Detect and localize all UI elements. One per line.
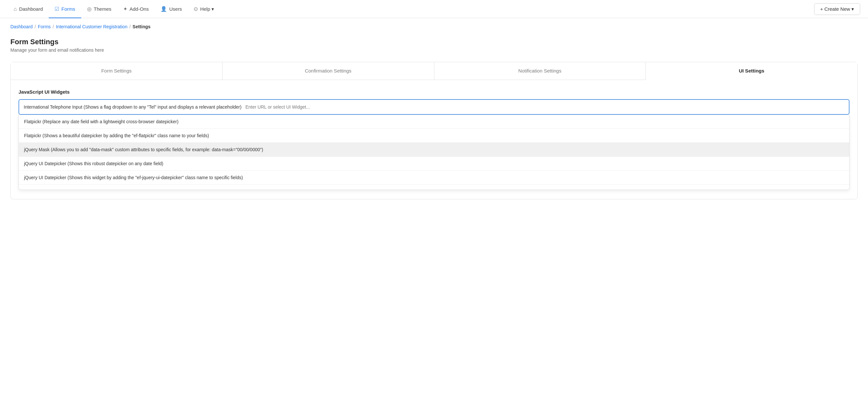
tab-content-ui-settings: JavaScript UI Widgets International Tele… bbox=[11, 80, 857, 199]
page-subtitle: Manage your form and email notifications… bbox=[10, 48, 858, 53]
forms-icon: ☑ bbox=[55, 6, 59, 12]
nav-item-users[interactable]: 👤 Users bbox=[155, 0, 188, 18]
nav-item-help[interactable]: ⊙ Help ▾ bbox=[188, 0, 220, 18]
nav-item-addons[interactable]: ✦ Add-Ons bbox=[117, 0, 155, 18]
tab-confirmation-settings[interactable]: Confirmation Settings bbox=[222, 62, 434, 80]
main-content: Form Settings Confirmation Settings Noti… bbox=[0, 62, 868, 199]
dropdown-item-flatpickr-1[interactable]: Flatpickr (Replace any date field with a… bbox=[19, 115, 849, 129]
dropdown-item-krajee-file[interactable]: Krajee File Input (Enable file preview, … bbox=[19, 185, 849, 190]
nav-label-dashboard: Dashboard bbox=[19, 6, 43, 12]
themes-icon: ◎ bbox=[87, 6, 92, 12]
dropdown-item-jquery-mask[interactable]: jQuery Mask (Allows you to add "data-mas… bbox=[19, 143, 849, 157]
page-header: Form Settings Manage your form and email… bbox=[0, 32, 868, 62]
dropdown-item-flatpickr-2[interactable]: Flatpickr (Shows a beautiful datepicker … bbox=[19, 129, 849, 143]
breadcrumb-dashboard[interactable]: Dashboard bbox=[10, 24, 33, 29]
breadcrumb-sep-3: / bbox=[129, 24, 131, 29]
nav-item-themes[interactable]: ◎ Themes bbox=[81, 0, 117, 18]
nav-item-forms[interactable]: ☑ Forms bbox=[49, 0, 81, 18]
selected-widget-tag: International Telephone Input (Shows a f… bbox=[24, 103, 241, 112]
tab-notification-settings[interactable]: Notification Settings bbox=[434, 62, 646, 80]
nav-items: ⌂ Dashboard ☑ Forms ◎ Themes ✦ Add-Ons 👤… bbox=[8, 0, 814, 18]
section-title-js-widgets: JavaScript UI Widgets bbox=[19, 89, 849, 95]
users-icon: 👤 bbox=[160, 6, 167, 12]
widget-url-input[interactable] bbox=[241, 104, 844, 110]
dropdown-item-jquery-datepicker-2[interactable]: jQuery UI Datepicker (Shows this widget … bbox=[19, 171, 849, 185]
dropdown-scroll[interactable]: Flatpickr (Replace any date field with a… bbox=[19, 115, 849, 190]
create-new-button[interactable]: + Create New ▾ bbox=[814, 3, 860, 15]
widget-dropdown-list: Flatpickr (Replace any date field with a… bbox=[19, 115, 849, 190]
widget-input-row[interactable]: International Telephone Input (Shows a f… bbox=[19, 99, 849, 115]
tab-ui-settings[interactable]: UI Settings bbox=[646, 62, 857, 80]
nav-item-dashboard[interactable]: ⌂ Dashboard bbox=[8, 0, 49, 18]
page-title: Form Settings bbox=[10, 38, 858, 46]
nav-label-themes: Themes bbox=[94, 6, 112, 12]
nav-label-users: Users bbox=[169, 6, 182, 12]
widget-dropdown-wrapper: International Telephone Input (Shows a f… bbox=[19, 99, 849, 190]
nav-label-forms: Forms bbox=[61, 6, 75, 12]
breadcrumb: Dashboard / Forms / International Custom… bbox=[0, 18, 868, 32]
nav-label-help: Help ▾ bbox=[200, 6, 214, 12]
top-navigation: ⌂ Dashboard ☑ Forms ◎ Themes ✦ Add-Ons 👤… bbox=[0, 0, 868, 18]
nav-label-addons: Add-Ons bbox=[130, 6, 149, 12]
tabs-container: Form Settings Confirmation Settings Noti… bbox=[10, 62, 858, 199]
home-icon: ⌂ bbox=[13, 6, 17, 12]
create-new-label: + Create New ▾ bbox=[820, 6, 854, 12]
tab-form-settings[interactable]: Form Settings bbox=[11, 62, 222, 80]
breadcrumb-sep-2: / bbox=[53, 24, 54, 29]
breadcrumb-form-name[interactable]: International Customer Registration bbox=[56, 24, 127, 29]
breadcrumb-sep-1: / bbox=[35, 24, 36, 29]
dropdown-item-jquery-datepicker-1[interactable]: jQuery UI Datepicker (Shows this robust … bbox=[19, 157, 849, 171]
breadcrumb-current: Settings bbox=[132, 24, 150, 29]
breadcrumb-forms[interactable]: Forms bbox=[38, 24, 51, 29]
help-icon: ⊙ bbox=[194, 6, 198, 12]
addons-icon: ✦ bbox=[123, 6, 127, 12]
tabs-header: Form Settings Confirmation Settings Noti… bbox=[11, 62, 857, 80]
